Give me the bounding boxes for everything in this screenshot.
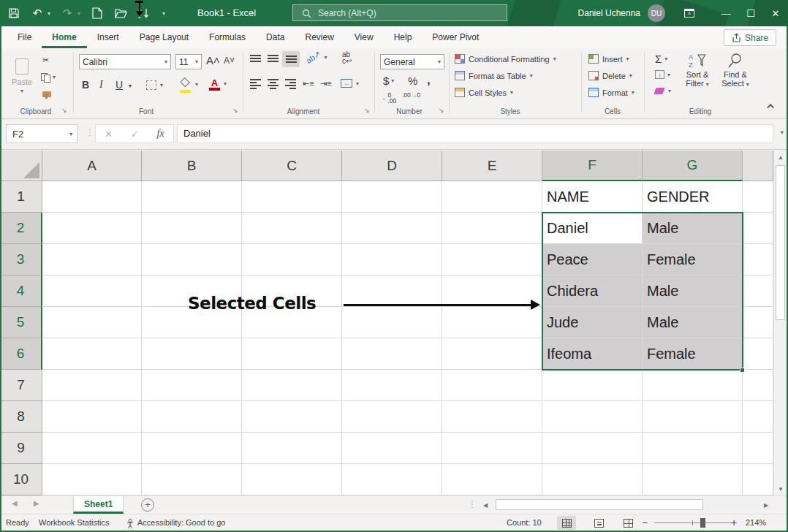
clear-icon[interactable]: ▾ bbox=[655, 88, 671, 94]
comma-style-icon[interactable]: , bbox=[427, 73, 431, 88]
tab-view[interactable]: View bbox=[344, 26, 384, 48]
page-layout-view-icon[interactable] bbox=[589, 516, 608, 530]
cell-C8[interactable] bbox=[242, 401, 342, 433]
sort-filter-button[interactable]: AZ Sort &Filter ▾ bbox=[680, 53, 715, 89]
row-header-8[interactable]: 8 bbox=[0, 401, 42, 433]
borders-icon[interactable]: ▾ bbox=[146, 80, 163, 90]
cell-E3[interactable] bbox=[442, 244, 542, 276]
italic-button[interactable]: I bbox=[99, 79, 103, 91]
cell-F5[interactable]: Jude bbox=[542, 307, 643, 338]
orientation-icon[interactable]: ab↗▾ bbox=[306, 53, 327, 62]
delete-cells-button[interactable]: Delete▾ bbox=[588, 71, 632, 80]
autosum-icon[interactable]: Σ ▾ bbox=[655, 53, 667, 65]
cell-G6[interactable]: Female bbox=[643, 338, 743, 370]
scroll-left-icon[interactable]: ◀ bbox=[480, 498, 491, 512]
cell-A9[interactable] bbox=[42, 433, 142, 464]
underline-dropdown-icon[interactable]: ▾ bbox=[129, 83, 132, 89]
tab-power-pivot[interactable]: Power Pivot bbox=[422, 26, 489, 48]
wrap-text-icon[interactable]: abc↩ bbox=[342, 51, 352, 64]
cell-C2[interactable] bbox=[242, 213, 342, 244]
scroll-up-icon[interactable]: ▲ bbox=[774, 151, 787, 164]
tab-review[interactable]: Review bbox=[295, 26, 344, 48]
fill-icon[interactable]: ↓ ▾ bbox=[655, 70, 670, 79]
cell-F10[interactable] bbox=[542, 464, 643, 495]
column-header-G[interactable]: G bbox=[643, 151, 743, 181]
cell-G5[interactable]: Male bbox=[643, 307, 743, 338]
zoom-slider-track[interactable] bbox=[654, 522, 732, 523]
cell-B9[interactable] bbox=[142, 433, 242, 464]
align-left-icon[interactable] bbox=[250, 79, 261, 89]
cell-C6[interactable] bbox=[242, 338, 342, 370]
tab-data[interactable]: Data bbox=[256, 26, 295, 48]
fill-handle[interactable] bbox=[740, 368, 745, 373]
close-button[interactable]: ✕ bbox=[763, 0, 788, 26]
user-name[interactable]: Daniel Uchenna bbox=[578, 8, 640, 18]
zoom-in-icon[interactable]: + bbox=[731, 514, 737, 531]
decrease-decimal-icon[interactable]: .00→0 bbox=[402, 92, 420, 98]
cell-E1[interactable] bbox=[442, 181, 542, 213]
cell-E2[interactable] bbox=[442, 213, 542, 244]
tab-formulas[interactable]: Formulas bbox=[199, 26, 256, 48]
new-file-icon[interactable] bbox=[91, 7, 104, 20]
ribbon-display-options-icon[interactable]: ˄ bbox=[677, 0, 702, 26]
cell-D3[interactable] bbox=[342, 244, 442, 276]
cell-C9[interactable] bbox=[242, 433, 342, 464]
increase-font-size-icon[interactable]: A˄ bbox=[206, 54, 220, 66]
percent-style-icon[interactable]: % bbox=[408, 75, 417, 87]
horizontal-scroll-thumb[interactable] bbox=[496, 499, 703, 510]
cell-D2[interactable] bbox=[342, 213, 442, 244]
cell-F2[interactable]: Daniel bbox=[542, 213, 643, 244]
column-header-C[interactable]: C bbox=[242, 151, 342, 181]
cell-F9[interactable] bbox=[542, 433, 643, 464]
align-center-icon[interactable] bbox=[268, 79, 279, 89]
cell-D5[interactable] bbox=[342, 307, 442, 338]
cell-G7[interactable] bbox=[643, 370, 743, 401]
scroll-right-icon[interactable]: ▶ bbox=[760, 498, 772, 512]
horizontal-scrollbar[interactable] bbox=[494, 498, 759, 512]
font-size-select[interactable]: 11▾ bbox=[175, 54, 202, 69]
undo-icon[interactable]: ↶ bbox=[31, 7, 44, 20]
formula-bar-expand-icon[interactable]: ▾ bbox=[780, 129, 784, 136]
merge-center-icon[interactable]: ↔ ▾ bbox=[341, 79, 359, 88]
copy-icon[interactable]: ▾ bbox=[41, 72, 56, 83]
workbook-statistics-button[interactable]: Workbook Statistics bbox=[39, 514, 109, 531]
name-box[interactable]: F2▾ bbox=[6, 124, 77, 143]
font-family-select[interactable]: Calibri▾ bbox=[79, 54, 171, 69]
tab-insert[interactable]: Insert bbox=[87, 26, 129, 48]
cell-D4[interactable] bbox=[342, 276, 442, 307]
tab-page-layout[interactable]: Page Layout bbox=[129, 26, 199, 48]
row-header-3[interactable]: 3 bbox=[0, 244, 42, 276]
clipboard-dialog-launcher-icon[interactable]: ↘ bbox=[61, 107, 67, 114]
cell-G8[interactable] bbox=[643, 401, 743, 433]
cell-A1[interactable] bbox=[42, 181, 142, 213]
cell-C7[interactable] bbox=[242, 370, 342, 401]
cell-D8[interactable] bbox=[342, 401, 442, 433]
tab-file[interactable]: File bbox=[7, 26, 42, 48]
cell-B8[interactable] bbox=[142, 401, 242, 433]
undo-dropdown-icon[interactable]: ▾ bbox=[48, 10, 50, 17]
cut-icon[interactable]: ✂ bbox=[42, 56, 49, 65]
vertical-scroll-thumb[interactable] bbox=[776, 165, 785, 320]
cell-E8[interactable] bbox=[442, 401, 542, 433]
row-header-6[interactable]: 6 bbox=[0, 338, 42, 370]
bold-button[interactable]: B bbox=[82, 79, 89, 91]
row-header-2[interactable]: 2 bbox=[0, 213, 42, 244]
cell-F4[interactable]: Chidera bbox=[542, 276, 643, 307]
accessibility-status[interactable]: Accessibility: Good to go bbox=[137, 514, 225, 531]
share-button[interactable]: Share bbox=[724, 29, 776, 46]
cell-A4[interactable] bbox=[42, 276, 142, 307]
customize-qat-icon[interactable]: ▾ bbox=[162, 10, 165, 17]
search-input[interactable]: Search (Alt+Q) bbox=[292, 4, 507, 21]
underline-button[interactable]: U bbox=[115, 79, 123, 91]
formula-bar-splitter[interactable]: ⋮ bbox=[86, 127, 94, 137]
format-cells-button[interactable]: Format▾ bbox=[588, 88, 634, 97]
tab-home[interactable]: Home bbox=[42, 26, 86, 48]
cell-G2[interactable]: Male bbox=[643, 213, 743, 244]
cell-B10[interactable] bbox=[142, 464, 242, 495]
increase-decimal-icon[interactable]: ←0.00 bbox=[382, 92, 396, 104]
cell-G9[interactable] bbox=[643, 433, 743, 464]
cell-A2[interactable] bbox=[42, 213, 142, 244]
open-file-icon[interactable] bbox=[114, 7, 127, 20]
name-box-dropdown-icon[interactable]: ▾ bbox=[69, 131, 72, 137]
row-header-1[interactable]: 1 bbox=[0, 181, 42, 213]
